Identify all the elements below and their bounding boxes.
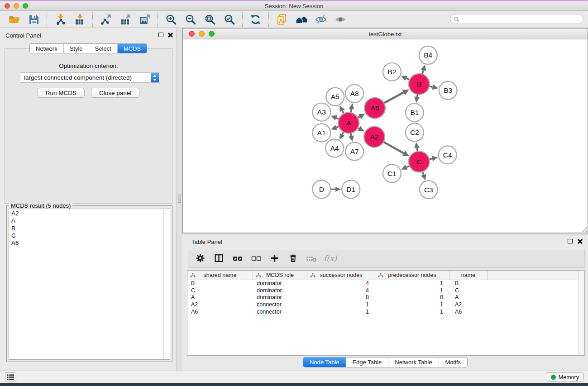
tab-style[interactable]: Style [64,44,89,53]
add-column-button[interactable] [266,252,283,266]
graph-node-B3[interactable]: B3 [439,81,457,100]
graph-node-A1[interactable]: A1 [312,124,330,142]
mcds-result-item[interactable]: A6 [9,239,163,247]
graph-edge-A-A5[interactable] [339,105,344,114]
table-scrollbar[interactable] [578,271,584,355]
export-image-button[interactable] [135,12,154,27]
graph-edge-A-A4[interactable] [339,132,344,140]
graph-node-A2[interactable]: A2 [364,127,385,148]
graph-edge-D-D1[interactable] [330,187,341,192]
result-list-scrollbar[interactable] [163,209,170,359]
graph-node-C3[interactable]: C3 [420,181,438,199]
deselect-all-checks-button[interactable] [248,252,264,266]
hide-selected-button[interactable] [311,12,330,27]
tab-motifs[interactable]: Motifs [439,357,467,367]
open-session-button[interactable] [5,12,24,27]
table-row[interactable]: Adominator80A [187,294,584,301]
table-row[interactable]: Bdominator41B [187,280,584,287]
graph-node-C4[interactable]: C4 [439,146,457,164]
graph-edge-A-A8[interactable] [349,103,354,113]
memory-button[interactable]: Memory [546,372,584,382]
panel-divider[interactable] [177,28,182,372]
settings-button[interactable] [192,252,209,266]
network-window-titlebar[interactable]: testGlobe.txt [183,29,588,39]
select-all-checks-button[interactable] [229,252,246,266]
graph-edge-B-B4[interactable] [421,65,426,74]
graph-edge-C-C1[interactable] [401,165,410,170]
search-field[interactable] [450,14,583,24]
close-panel-button[interactable]: Close panel [91,88,139,98]
graph-edge-B-B1[interactable] [414,94,420,103]
search-input[interactable] [459,15,583,23]
save-session-button[interactable] [24,12,43,27]
zoom-selected-button[interactable] [220,12,239,27]
graph-edge-A-A7[interactable] [349,133,354,142]
network-canvas[interactable]: B4B2BB3A8A5A6A3B1AA1C2A2A4A7C4CC1C3DD1 [183,40,588,233]
export-table-button[interactable] [115,12,135,27]
task-history-button[interactable] [5,372,16,382]
zoom-out-button[interactable] [181,12,200,27]
panel-splitter-handle[interactable] [178,195,181,203]
zoom-in-button[interactable] [161,12,181,27]
import-network-button[interactable] [50,12,70,27]
tab-mcds[interactable]: MCDS [118,44,147,53]
graph-node-A5[interactable]: A5 [326,88,344,106]
table-row[interactable]: A2connector11A2 [187,301,584,309]
duplicate-network-button[interactable] [272,12,292,27]
header-cell-successor-nodes[interactable]: successor nodes [307,271,375,280]
graph-edge-A6-B[interactable] [384,90,409,103]
show-all-button[interactable] [330,12,350,27]
table-float-panel-icon[interactable] [568,239,573,243]
graph-node-D[interactable]: D [312,180,330,198]
graph-node-A7[interactable]: A7 [345,142,363,160]
close-panel-icon[interactable] [168,32,173,37]
graph-edge-A-A3[interactable] [331,115,339,120]
header-cell-predecessor-nodes[interactable]: predecessor nodes [375,271,449,280]
graph-node-B4[interactable]: B4 [419,46,437,64]
graph-node-A8[interactable]: A8 [345,85,363,103]
graph-node-A3[interactable]: A3 [312,103,330,121]
delete-column-button[interactable] [285,252,301,266]
mcds-result-item[interactable]: A [9,217,163,224]
mcds-result-list[interactable]: A2ABCA6 [9,209,170,360]
tab-select[interactable]: Select [89,44,118,53]
graph-edge-C-C2[interactable] [414,142,420,151]
graph-node-B2[interactable]: B2 [383,63,401,81]
zoom-fit-button[interactable] [200,12,220,27]
window-titlebar[interactable]: Session: New Session [0,1,588,11]
split-panel-button[interactable] [210,252,227,266]
criterion-dropdown[interactable]: largest connected component (directed) [20,72,160,83]
table-close-panel-icon[interactable] [578,238,583,243]
graph-edge-C-C3[interactable] [421,172,426,180]
graph-edge-A2-C[interactable] [383,142,409,157]
mcds-result-item[interactable]: A2 [9,210,163,217]
graph-node-B[interactable]: B [409,74,430,95]
tab-network[interactable]: Network [30,44,64,53]
graph-node-C1[interactable]: C1 [383,164,401,182]
header-cell-name[interactable]: name [449,271,488,280]
table-row[interactable]: Cdominator41C [187,287,584,295]
table-row[interactable]: A6connector11A6 [187,309,584,316]
tab-edge-table[interactable]: Edge Table [346,357,388,367]
graph-edge-A-A6[interactable] [358,114,365,119]
import-table-button[interactable] [70,12,89,27]
refresh-button[interactable] [246,12,265,27]
tab-network-table[interactable]: Network Table [388,357,439,367]
graph-node-D1[interactable]: D1 [342,180,360,198]
graph-node-C2[interactable]: C2 [406,124,424,142]
header-cell-mcds-role[interactable]: MCDS role [253,271,307,280]
export-network-button[interactable] [96,12,115,27]
mcds-result-item[interactable]: C [9,232,163,239]
graph-node-A[interactable]: A [338,113,359,133]
header-cell-shared-name[interactable]: shared name [187,271,253,280]
home-button[interactable] [292,12,311,27]
run-mcds-button[interactable]: Run MCDS [38,88,85,98]
graph-edge-C-C4[interactable] [429,156,438,162]
graph-node-A4[interactable]: A4 [325,139,344,157]
graph-node-C[interactable]: C [409,151,430,172]
graph-node-A6[interactable]: A6 [364,98,385,119]
graph-edge-A-A1[interactable] [331,125,339,130]
tab-node-table[interactable]: Node Table [303,357,346,367]
graph-edge-B-B2[interactable] [401,76,410,81]
mcds-result-item[interactable]: B [9,225,163,232]
